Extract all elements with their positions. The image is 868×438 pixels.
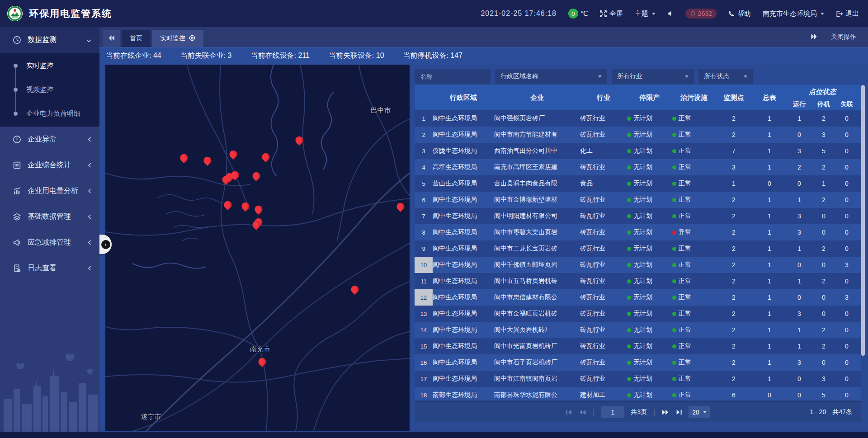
table-row[interactable]: 15阆中生态环境局阆中市光富页岩机砖厂砖瓦行业无计划正常21120 (415, 338, 861, 354)
table-row[interactable]: 12阆中生态环境局阆中市忠信建材有限公砖瓦行业无计划正常21003 (415, 289, 861, 306)
sidebar-item-应急减排管理[interactable]: 应急减排管理 (0, 230, 99, 255)
table-row[interactable]: 17阆中生态环境局阆中市江南镇阆南页岩砖瓦行业无计划正常21030 (415, 371, 861, 387)
table-row[interactable]: 10阆中生态环境局阆中千佛镇五郎垭页岩砖瓦行业无计划正常21003 (415, 257, 861, 273)
sidebar-subitem-企业电力负荷明细[interactable]: 企业电力负荷明细 (0, 102, 99, 126)
status-dot-icon (672, 263, 676, 267)
cell-stopped: 0 (811, 224, 836, 240)
scrollbar-thumb[interactable] (861, 85, 865, 356)
table-row[interactable]: 3仪陇生态环境局西南油气田分公司川中化工无计划正常71350 (415, 143, 861, 159)
cell-region: 阆中生态环境局 (433, 273, 494, 289)
cell-facility-status: 正常 (672, 273, 716, 289)
app: 环保用电监管系统 2021-02-25 17:46:18 0 ℃ 全屏 主题 (0, 0, 868, 438)
table-row[interactable]: 1阆中生态环境局阆中强锐页岩砖厂砖瓦行业无计划正常21120 (415, 110, 861, 127)
cell-stopped: 2 (811, 273, 836, 289)
page-size-select[interactable]: 20 (689, 406, 710, 418)
sidebar-item-企业综合统计[interactable]: 企业综合统计 (0, 152, 99, 178)
table-row[interactable]: 2阆中生态环境局阆中市南方节能建材有砖瓦行业无计划正常21030 (415, 127, 861, 143)
help-button[interactable]: 帮助 (728, 9, 751, 18)
status-dot-icon (627, 393, 631, 397)
sidebar-item-label: 企业异常 (28, 135, 57, 144)
tab-home[interactable]: 首页 (122, 30, 151, 47)
table-row[interactable]: 11阆中生态环境局阆中市五马桥页岩机砖砖瓦行业无计划正常21120 (415, 273, 861, 289)
sidebar-item-基础数据管理[interactable]: 基础数据管理 (0, 204, 99, 230)
table-row[interactable]: 8阆中生态环境局阆中市枣碧大梁山页岩砖瓦行业无计划异常21300 (415, 224, 861, 240)
cell-region: 阆中生态环境局 (433, 371, 494, 387)
status-dot-icon (672, 279, 676, 283)
prev-page-button[interactable] (579, 409, 586, 415)
sidebar-subitem-视频监控[interactable]: 视频监控 (0, 78, 99, 102)
cell-industry: 砖瓦行业 (580, 240, 627, 257)
table-row[interactable]: 16阆中生态环境局阆中市石子页岩机砖厂砖瓦行业无计划正常21300 (415, 354, 861, 371)
industry-select[interactable]: 所有行业 (612, 69, 694, 84)
sidebar-item-数据监测[interactable]: 数据监测 (0, 27, 99, 53)
sidebar-item-企业异常[interactable]: 企业异常 (0, 127, 99, 152)
map-panel[interactable]: 巴中市南充市遂宁市 (105, 65, 410, 431)
first-page-button[interactable] (566, 409, 572, 415)
cell-region: 阆中生态环境局 (433, 110, 494, 127)
chevron-left-icon (88, 187, 91, 195)
table-row[interactable]: 6阆中生态环境局阆中市金博瑞新型墙材砖瓦行业无计划正常21120 (415, 192, 861, 208)
table-row[interactable]: 7阆中生态环境局阆中明阳建材有限公司砖瓦行业无计划正常21300 (415, 208, 861, 224)
cell-stopped: 2 (811, 322, 836, 338)
sidebar-item-企业用电量分析[interactable]: 企业用电量分析 (0, 178, 99, 204)
chevron-left-icon (88, 136, 91, 144)
app-logo-icon (6, 5, 24, 22)
table-row[interactable]: 9阆中生态环境局阆中市二龙长宝页岩砖砖瓦行业无计划正常21120 (415, 240, 861, 257)
tab-realtime-monitoring[interactable]: 实时监控 (152, 30, 203, 47)
row-index: 6 (415, 192, 433, 208)
cell-stopped: 2 (811, 338, 836, 354)
table-row[interactable]: 4高坪生态环境局南充市高坪区王家店建砖瓦行业无计划正常31220 (415, 159, 861, 175)
table-row[interactable]: 18南部生态环境局南部县珠华水泥有限公建材加工无计划正常60050 (415, 387, 861, 400)
theme-dropdown[interactable]: 主题 (635, 9, 656, 18)
cell-stopped: 1 (811, 175, 836, 192)
sidebar-item-label: 企业用电量分析 (28, 186, 78, 196)
status-dot-icon (672, 133, 676, 137)
volume-button[interactable] (667, 10, 674, 17)
companies-table: 行政区域 企业 行业 停限产 治污设施 监测点 总表 点位状态 运行 停机 失联… (415, 85, 861, 400)
col-region: 行政区域 (433, 85, 494, 110)
close-operations-button[interactable]: 关闭操作 (831, 33, 856, 41)
scroll-tabs-left-button[interactable] (103, 30, 120, 47)
alert-icon (13, 135, 21, 144)
status-select[interactable]: 所有状态 (698, 69, 753, 84)
chevron-down-icon (685, 75, 689, 78)
last-page-button[interactable] (675, 409, 682, 415)
chevron-down-icon (598, 75, 602, 78)
next-page-button[interactable] (661, 409, 669, 415)
cell-facility-status: 正常 (672, 208, 716, 224)
cell-running: 3 (787, 224, 811, 240)
separator: | (593, 408, 594, 416)
chevron-left-icon (88, 161, 91, 170)
chevron-left-icon (88, 213, 91, 221)
fullscreen-button[interactable]: 全屏 (600, 9, 623, 18)
sidebar-subitem-实时监控[interactable]: 实时监控 (0, 54, 99, 78)
table-row[interactable]: 14阆中生态环境局阆中大兴页岩机砖厂砖瓦行业无计划正常21120 (415, 322, 861, 338)
table-row[interactable]: 13阆中生态环境局阆中市金福旺页岩机砖砖瓦行业无计划正常21300 (415, 306, 861, 322)
col-running: 运行 (787, 99, 811, 110)
notification-badge[interactable]: 2632 (685, 9, 717, 19)
city-skyline-watermark (0, 346, 99, 432)
region-select[interactable]: 行政区域名称 (495, 69, 607, 84)
status-dot-icon (672, 182, 676, 186)
cell-facility-status: 正常 (672, 110, 716, 127)
sidebar-item-日志查看[interactable]: 日志查看 (0, 255, 99, 281)
temperature: 0 ℃ (568, 9, 588, 19)
cell-lost: 0 (836, 127, 858, 143)
name-search-input[interactable] (415, 69, 491, 84)
logout-button[interactable]: 退出 (836, 9, 859, 18)
close-icon[interactable] (189, 35, 195, 42)
chevron-left-icon: ‹ (101, 240, 110, 249)
table-row[interactable]: 5营山生态环境局营山县润丰肉食品有限食品无计划正常10010 (415, 175, 861, 192)
cell-halt-status: 无计划 (627, 273, 672, 289)
stats-icon (13, 161, 21, 170)
row-index: 2 (415, 127, 433, 143)
cell-meters: 1 (752, 273, 787, 289)
org-dropdown[interactable]: 南充市生态环境局 (763, 9, 824, 18)
page-number-input[interactable] (601, 406, 624, 418)
scroll-tabs-right-button[interactable] (811, 33, 817, 41)
status-dot-icon (672, 149, 676, 153)
cell-meters: 1 (752, 240, 787, 257)
sidebar: 数据监测实时监控视频监控企业电力负荷明细企业异常企业综合统计企业用电量分析基础数… (0, 27, 99, 432)
cell-company: 阆中市南方节能建材有 (494, 127, 580, 143)
table-header: 行政区域 企业 行业 停限产 治污设施 监测点 总表 点位状态 运行 停机 失联 (415, 85, 861, 110)
